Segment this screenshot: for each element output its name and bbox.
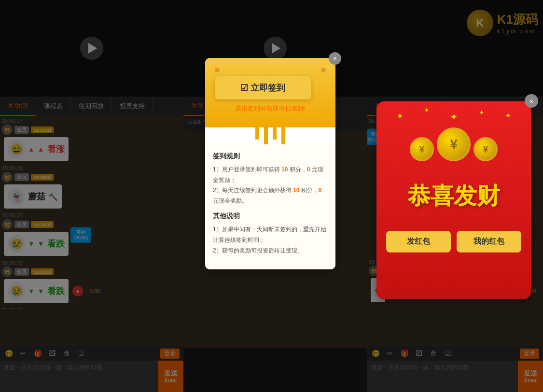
- sparkle-4: ✦: [479, 109, 485, 123]
- my-red-packet-btn[interactable]: 我的红包: [457, 231, 521, 252]
- modal-header: ☑ 立即签到 点击签到可领取今日奖励!: [205, 58, 335, 127]
- section1-title: 签到规则: [213, 152, 328, 161]
- modal-dots: [215, 68, 326, 76]
- section1-content: 1）用户登录签到即可获得 10 积分，0 元现金奖励； 2）每天连续签到更会额外…: [213, 165, 328, 206]
- highlight-0-1: 0: [307, 166, 310, 173]
- modal-dot-left: [215, 68, 220, 72]
- modal-signin: × ☑ 立即签到 点击签到可领取今日奖励! 签到规则 1）用户登录签到即可获得 …: [205, 58, 335, 269]
- envelope-body: × ✦ ✦ ✦ ✦ ✦ ¥ ¥ ¥ 恭喜发财 发红包 我的红包: [376, 101, 531, 299]
- envelope-main-text: 恭喜发财: [407, 181, 500, 211]
- sparkles-row: ✦ ✦ ✦ ✦ ✦: [386, 111, 521, 123]
- signin-button[interactable]: ☑ 立即签到: [215, 76, 311, 99]
- sparkle-5: ✦: [505, 111, 511, 123]
- coin-2: ¥: [437, 127, 471, 161]
- modal-body: 签到规则 1）用户登录签到即可获得 10 积分，0 元现金奖励； 2）每天连续签…: [205, 144, 335, 269]
- highlight-0-2: 0: [319, 187, 322, 194]
- envelope-btns: 发红包 我的红包: [386, 231, 521, 252]
- red-envelope: × ✦ ✦ ✦ ✦ ✦ ¥ ¥ ¥ 恭喜发财 发红包 我的红包: [369, 101, 538, 309]
- modal-dot-right: [321, 68, 326, 72]
- send-red-packet-btn[interactable]: 发红包: [386, 231, 451, 252]
- sparkle-3: ✦: [450, 111, 458, 123]
- sparkle-1: ✦: [396, 111, 404, 123]
- section2-title: 其他说明: [213, 212, 328, 221]
- modal-close-btn[interactable]: ×: [329, 52, 341, 65]
- coin-3: ¥: [473, 137, 498, 161]
- highlight-10-1: 10: [281, 166, 288, 173]
- section2-content: 1）如果中间有一天间断未签到的，重先开始计算连续签到时间； 2）获得的奖励可投资…: [213, 224, 328, 256]
- coins-row: ¥ ¥ ¥: [410, 127, 498, 161]
- highlight-10-2: 10: [293, 187, 299, 194]
- sparkle-2: ✦: [424, 106, 430, 123]
- coin-1: ¥: [410, 137, 434, 161]
- envelope-close-btn[interactable]: ×: [525, 94, 538, 108]
- modal-subtitle: 点击签到可领取今日奖励!: [215, 104, 326, 113]
